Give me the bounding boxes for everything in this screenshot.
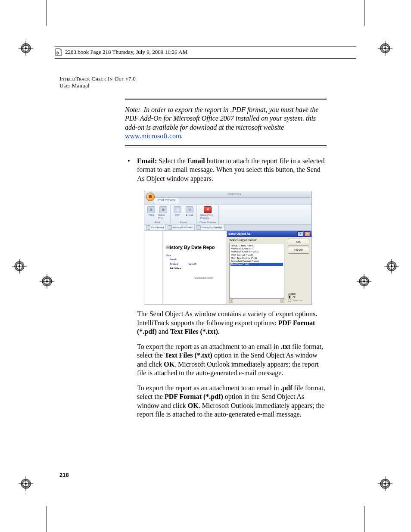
report-preview: History By Date Repo Site Item# Order# I…: [163, 231, 227, 304]
tab-history-by-date-rpt[interactable]: HistoryByDateRpt: [195, 224, 224, 230]
scroll-left-icon[interactable]: ◂: [229, 299, 233, 303]
report-title: History By Date Repo: [166, 245, 225, 250]
rule-icon: [125, 145, 327, 147]
quick-print-button[interactable]: 🖶Quick Print: [158, 206, 168, 219]
paragraph-txt-export: To export the report as an attachment to…: [137, 342, 327, 378]
ok-button[interactable]: OK: [288, 239, 309, 246]
dialog-label: Select output format:: [229, 239, 284, 242]
label-order-num: Order#: [170, 263, 178, 266]
registration-mark-icon: [40, 274, 54, 289]
radio-all[interactable]: All: [288, 295, 309, 299]
ribbon-group-export: Export: [179, 221, 188, 224]
format-option[interactable]: Snapshot Format (*.snp): [230, 260, 283, 263]
radio-icon: [288, 295, 291, 299]
svg-point-24: [19, 265, 20, 267]
label-item-id: ItemID: [189, 263, 196, 266]
print-button[interactable]: 🖶Print: [146, 206, 156, 217]
registration-mark-icon: [384, 259, 399, 274]
label-item-num: Item#: [170, 258, 225, 261]
running-header-line2: User Manual: [59, 82, 327, 89]
app-title: IntelliTrack: [159, 193, 310, 196]
value-site: PA Office: [170, 267, 225, 270]
microsoft-link[interactable]: www.microsoft.com: [125, 132, 181, 140]
format-option[interactable]: Microsoft Excel 97-2002: [230, 250, 283, 253]
registration-mark-icon: [378, 41, 392, 56]
dialog-titlebar: Send Object As ? ✕: [227, 231, 311, 237]
pdf-icon: 📄: [174, 206, 181, 213]
svg-point-19: [384, 483, 386, 485]
svg-point-29: [391, 265, 392, 267]
page-info-text: 2283.book Page 218 Thursday, July 9, 200…: [65, 49, 187, 56]
registration-mark-icon: [19, 476, 33, 491]
ribbon-group-close: Close Preview: [199, 221, 217, 224]
format-option[interactable]: Rich Text Format (*.rtf): [230, 257, 283, 260]
note-trail: .: [181, 132, 183, 140]
pdf-button[interactable]: 📄PDF: [172, 206, 183, 217]
svg-point-9: [384, 47, 386, 49]
horizontal-scrollbar[interactable]: ◂▸: [229, 299, 284, 303]
doc-icon: [146, 225, 150, 230]
cancel-button[interactable]: Cancel: [288, 247, 309, 254]
radio-selection[interactable]: Selection: [288, 299, 309, 302]
running-header-line1: IntelliTrack Check In-Out v7.0: [59, 75, 327, 82]
embedded-screenshot: IntelliTrack Print Preview 🖶Print 🖶Quick…: [144, 191, 312, 305]
note-block: Note: In order to export the report in .…: [125, 104, 327, 143]
registration-mark-icon: [19, 41, 33, 56]
registration-mark-icon: [12, 259, 27, 274]
doc-icon: [196, 225, 201, 230]
page-info-bar: 2283.book Page 218 Thursday, July 9, 200…: [55, 47, 356, 59]
note-text: In order to export the report in .PDF fo…: [125, 106, 318, 131]
help-icon[interactable]: ?: [297, 231, 303, 236]
format-option[interactable]: Microsoft Excel 5-7: [230, 247, 283, 250]
tab-history-pick-dates[interactable]: HistoryPickDates: [166, 224, 195, 230]
rule-icon: [125, 99, 327, 101]
output-group: Output All Selection: [288, 292, 309, 303]
paragraph-pdf-export: To export the report as an attachment to…: [137, 384, 327, 419]
registration-mark-icon: [378, 476, 392, 491]
ribbon-tab-row: Print Preview: [144, 198, 311, 205]
registration-mark-icon: [357, 274, 371, 289]
radio-icon: [288, 299, 291, 302]
bullet-text: Select the Email button to attach the re…: [137, 157, 324, 182]
ribbon: 🖶Print 🖶Quick Print Print 📄PDF ✉E-mail E…: [144, 205, 311, 224]
ribbon-group-print: Print: [154, 221, 161, 224]
close-icon: ✕: [204, 206, 212, 213]
close-icon[interactable]: ✕: [304, 231, 310, 236]
svg-point-4: [25, 47, 27, 49]
paragraph-after-image: The Send Object As window contains a var…: [137, 310, 327, 336]
send-object-as-dialog: Send Object As ? ✕ Select output format:…: [227, 231, 311, 304]
report-footer-note: (Consumable Items): [194, 277, 225, 280]
printer-icon: 🖶: [159, 206, 167, 213]
note-prefix: Note:: [125, 106, 140, 113]
format-option[interactable]: HTML (*.htm; *.html): [230, 244, 283, 247]
svg-point-34: [46, 280, 48, 282]
tab-print-preview[interactable]: Print Preview: [154, 198, 179, 205]
bullet-label: Email:: [137, 157, 157, 165]
printer-icon: 🖶: [147, 206, 155, 213]
svg-point-39: [363, 280, 365, 282]
dialog-title: Send Object As: [228, 232, 250, 236]
page-number: 218: [59, 472, 69, 478]
email-button[interactable]: ✉E-mail: [184, 206, 195, 217]
report-sidebar: [144, 231, 163, 304]
document-tabs: Dashboard HistoryPickDates HistoryByDate…: [144, 224, 311, 231]
svg-point-14: [25, 483, 27, 485]
format-option[interactable]: PDF Format (*.pdf): [230, 254, 283, 257]
scroll-right-icon[interactable]: ▸: [280, 299, 284, 303]
app-titlebar: IntelliTrack: [144, 191, 311, 198]
bullet-email: Email: Select the Email button to attach…: [125, 157, 327, 183]
tab-dashboard[interactable]: Dashboard: [144, 224, 166, 230]
format-option[interactable]: Text Files (*.txt): [230, 263, 283, 266]
label-site: Site: [166, 254, 225, 257]
output-label: Output: [288, 292, 309, 296]
close-preview-button[interactable]: ✕Close Print Preview: [200, 206, 215, 219]
envelope-icon: ✉: [186, 206, 193, 213]
doc-icon: [168, 225, 172, 230]
book-icon: [55, 48, 62, 56]
running-header: IntelliTrack Check In-Out v7.0 User Manu…: [59, 75, 327, 89]
format-listbox[interactable]: HTML (*.htm; *.html)Microsoft Excel 5-7M…: [229, 243, 284, 299]
